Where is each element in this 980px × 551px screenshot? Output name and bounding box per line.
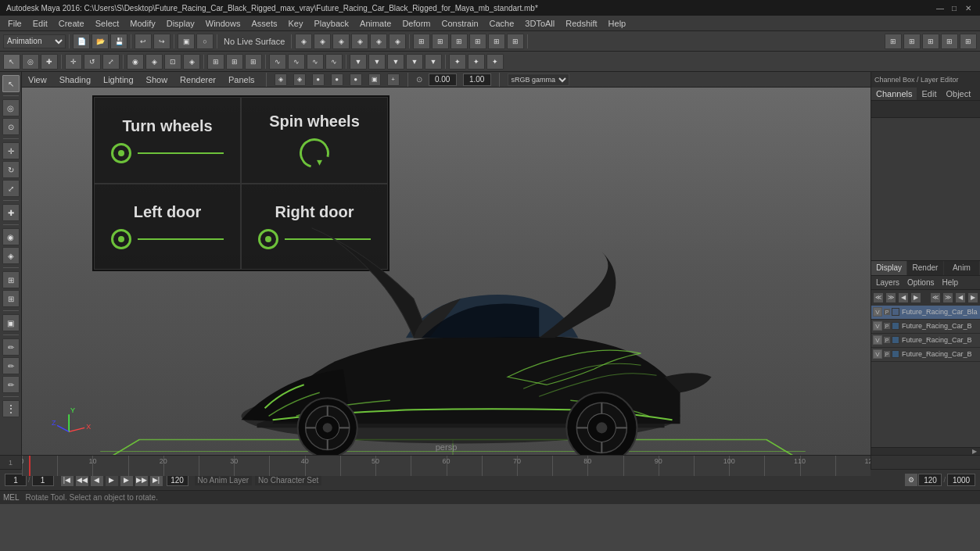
vp-btn5[interactable]: ● bbox=[350, 73, 362, 86]
render-region[interactable]: ▣ bbox=[2, 314, 20, 331]
curve4[interactable]: ∿ bbox=[325, 54, 343, 70]
render-btn1[interactable]: ◈ bbox=[295, 34, 312, 49]
vp-btn4[interactable]: ● bbox=[331, 73, 343, 86]
sym-button[interactable]: ◈ bbox=[183, 54, 200, 70]
timeline-ruler[interactable]: 0102030405060708090100110120 bbox=[22, 456, 871, 476]
layer-row[interactable]: V P Future_Racing_Car_Bla bbox=[871, 306, 980, 320]
curve2[interactable]: ∿ bbox=[288, 54, 305, 70]
paint-sel-tool[interactable]: ⊙ bbox=[2, 118, 20, 135]
menu-redshift[interactable]: Redshift bbox=[561, 17, 601, 30]
deform1[interactable]: ▼ bbox=[350, 54, 367, 70]
options-menu[interactable]: Options bbox=[904, 278, 937, 287]
right-tb-btn3[interactable]: ⊞ bbox=[922, 34, 939, 49]
edit-tab[interactable]: Edit bbox=[917, 88, 941, 100]
menu-help[interactable]: Help bbox=[604, 17, 631, 30]
right-tb-btn4[interactable]: ⊞ bbox=[941, 34, 958, 49]
select-tool[interactable]: ↖ bbox=[2, 75, 20, 92]
viewport-3d[interactable]: Turn wheels Spin wheels bbox=[22, 88, 871, 455]
layer-vis-btn[interactable]: V bbox=[873, 349, 882, 359]
renderer-menu[interactable]: Renderer bbox=[177, 75, 219, 84]
show-hide-tool[interactable]: ◈ bbox=[2, 247, 20, 264]
vp-btn3[interactable]: ● bbox=[312, 73, 325, 86]
anim-end-input[interactable] bbox=[947, 474, 975, 486]
sculpt-button[interactable]: ◈ bbox=[145, 54, 163, 70]
menu-assets[interactable]: Assets bbox=[246, 17, 282, 30]
layer-vis-btn[interactable]: V bbox=[873, 307, 882, 317]
menu-file[interactable]: File bbox=[3, 17, 27, 30]
layer-tool-8[interactable]: ▶ bbox=[967, 292, 978, 303]
deform4[interactable]: ▼ bbox=[406, 54, 423, 70]
select-tool-button[interactable]: ↖ bbox=[3, 54, 20, 70]
object-tab[interactable]: Object bbox=[941, 88, 975, 100]
soft-sel-tool[interactable]: ◉ bbox=[2, 228, 20, 245]
deform2[interactable]: ▼ bbox=[368, 54, 386, 70]
render-btn4[interactable]: ◈ bbox=[351, 34, 368, 49]
layer-row[interactable]: V P Future_Racing_Car_B bbox=[871, 320, 980, 334]
snap-tools[interactable]: ⊞ bbox=[2, 271, 20, 288]
scroll-right[interactable]: ▶ bbox=[972, 448, 977, 455]
vp-btn6[interactable]: ▣ bbox=[368, 73, 381, 86]
move-tool[interactable]: ✛ bbox=[2, 142, 20, 159]
menu-playback[interactable]: Playback bbox=[309, 17, 354, 30]
render-btn2[interactable]: ◈ bbox=[314, 34, 331, 49]
help-menu-layer[interactable]: Help bbox=[939, 278, 961, 287]
layer-vis-btn[interactable]: V bbox=[873, 335, 882, 345]
curve1[interactable]: ∿ bbox=[269, 54, 286, 70]
options-btn[interactable]: ⚙ bbox=[904, 473, 918, 487]
vp-btn1[interactable]: ◈ bbox=[275, 73, 287, 86]
render-tab[interactable]: Render bbox=[907, 261, 943, 275]
show-tab[interactable]: Show bbox=[975, 88, 980, 100]
more-tools[interactable]: ⋮ bbox=[2, 400, 20, 417]
maximize-button[interactable]: □ bbox=[949, 2, 960, 13]
snap-btn3[interactable]: ⊞ bbox=[451, 34, 468, 49]
minimize-button[interactable]: — bbox=[935, 2, 946, 13]
vp-btn7[interactable]: + bbox=[387, 73, 400, 86]
xform2[interactable]: ⊞ bbox=[226, 54, 243, 70]
layer-tool-4[interactable]: ▶ bbox=[910, 292, 921, 303]
grease-pencil3[interactable]: ✏ bbox=[2, 376, 20, 393]
menu-display[interactable]: Display bbox=[162, 17, 199, 30]
fps-input[interactable] bbox=[918, 474, 942, 486]
render-btn6[interactable]: ◈ bbox=[389, 34, 406, 49]
layer-tool-3[interactable]: ◀ bbox=[898, 292, 909, 303]
snap-btn2[interactable]: ⊞ bbox=[432, 34, 449, 49]
display-tab[interactable]: Display bbox=[871, 261, 907, 275]
menu-windows[interactable]: Windows bbox=[201, 17, 246, 30]
shading-menu[interactable]: Shading bbox=[56, 75, 94, 84]
anim1[interactable]: ✦ bbox=[449, 54, 466, 70]
lasso-tool-button[interactable]: ◎ bbox=[22, 54, 39, 70]
menu-constrain[interactable]: Constrain bbox=[436, 17, 483, 30]
new-file-button[interactable]: 📄 bbox=[73, 34, 90, 49]
snap-btn4[interactable]: ⊞ bbox=[469, 34, 486, 49]
lasso-button[interactable]: ○ bbox=[196, 34, 214, 49]
vp-btn2[interactable]: ◈ bbox=[293, 73, 306, 86]
menu-create[interactable]: Create bbox=[54, 17, 89, 30]
panels-menu[interactable]: Panels bbox=[225, 75, 258, 84]
render-btn3[interactable]: ◈ bbox=[332, 34, 350, 49]
menu-cache[interactable]: Cache bbox=[485, 17, 519, 30]
snap-tools2[interactable]: ⊞ bbox=[2, 290, 20, 307]
soft-sel-button[interactable]: ◉ bbox=[127, 54, 144, 70]
anim-tab[interactable]: Anim bbox=[944, 261, 980, 275]
grease-pencil[interactable]: ✏ bbox=[2, 338, 20, 356]
menu-animate[interactable]: Animate bbox=[355, 17, 396, 30]
layer-tool-7[interactable]: ◀ bbox=[955, 292, 966, 303]
close-button[interactable]: ✕ bbox=[963, 2, 974, 13]
redo-button[interactable]: ↪ bbox=[153, 34, 171, 49]
layer-row[interactable]: V P Future_Racing_Car_B bbox=[871, 348, 980, 362]
layer-vis-btn[interactable]: V bbox=[873, 321, 882, 331]
grease-pencil2[interactable]: ✏ bbox=[2, 357, 20, 374]
xform1[interactable]: ⊞ bbox=[207, 54, 224, 70]
deform5[interactable]: ▼ bbox=[425, 54, 442, 70]
move-button[interactable]: ✛ bbox=[65, 54, 82, 70]
scale-button[interactable]: ⤢ bbox=[102, 54, 120, 70]
right-tb-btn2[interactable]: ⊞ bbox=[903, 34, 921, 49]
snap-btn1[interactable]: ⊞ bbox=[413, 34, 430, 49]
undo-button[interactable]: ↩ bbox=[135, 34, 152, 49]
anim3[interactable]: ✦ bbox=[486, 54, 504, 70]
snap-btn5[interactable]: ⊞ bbox=[488, 34, 505, 49]
menu-select[interactable]: Select bbox=[91, 17, 124, 30]
menu-deform[interactable]: Deform bbox=[397, 17, 435, 30]
render-btn5[interactable]: ◈ bbox=[370, 34, 387, 49]
menu-key[interactable]: Key bbox=[283, 17, 307, 30]
